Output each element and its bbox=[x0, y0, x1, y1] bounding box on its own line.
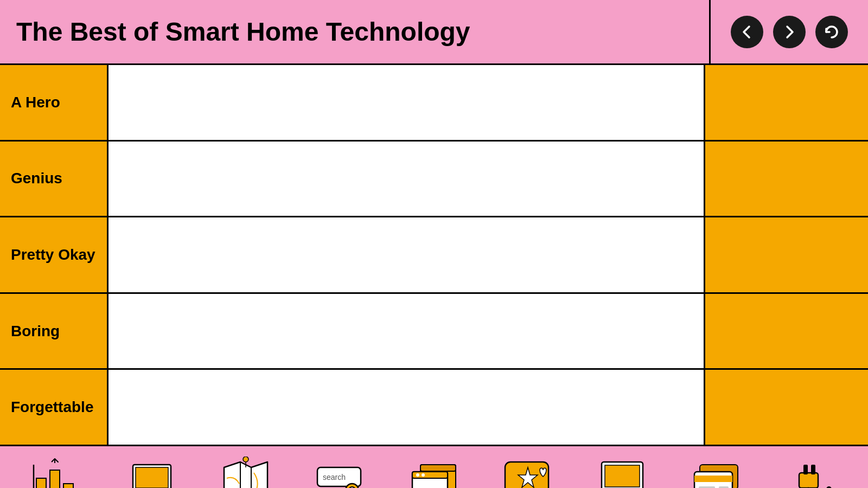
page-title: The Best of Smart Home Technology bbox=[0, 0, 711, 63]
row-label-boring: Boring bbox=[0, 294, 108, 369]
svg-rect-35 bbox=[694, 476, 732, 482]
label-text: Boring bbox=[11, 323, 60, 340]
search-bar-icon: search bbox=[308, 451, 373, 489]
label-text: Forgettable bbox=[11, 399, 93, 416]
row-content-genius bbox=[108, 142, 705, 216]
row-a-hero: A Hero bbox=[0, 65, 868, 142]
row-pretty-okay: Pretty Okay bbox=[0, 217, 868, 294]
row-label-forgettable: Forgettable bbox=[0, 370, 108, 445]
row-label-genius: Genius bbox=[0, 142, 108, 216]
forward-button[interactable] bbox=[773, 16, 806, 48]
bar-chart-icon bbox=[25, 451, 91, 489]
laptop-icon bbox=[119, 451, 184, 489]
label-text: Genius bbox=[11, 170, 62, 187]
chat-rating-icon bbox=[495, 451, 560, 489]
svg-rect-0 bbox=[36, 478, 46, 489]
svg-point-24 bbox=[422, 473, 425, 477]
label-text: Pretty Okay bbox=[11, 246, 95, 264]
svg-point-12 bbox=[243, 457, 248, 462]
row-label-pretty-okay: Pretty Okay bbox=[0, 217, 108, 292]
forward-icon bbox=[782, 24, 797, 40]
svg-rect-37 bbox=[719, 486, 729, 489]
row-content-boring bbox=[108, 294, 705, 369]
svg-point-23 bbox=[416, 473, 419, 477]
row-right-a-hero bbox=[705, 65, 868, 140]
row-right-genius bbox=[705, 142, 868, 216]
row-right-pretty-okay bbox=[705, 217, 868, 292]
label-text: A Hero bbox=[11, 94, 60, 111]
map-icon bbox=[213, 451, 278, 489]
footer: search bbox=[0, 445, 868, 488]
svg-text:search: search bbox=[323, 473, 346, 481]
back-icon bbox=[739, 24, 755, 40]
svg-rect-40 bbox=[811, 465, 815, 474]
svg-rect-38 bbox=[799, 473, 818, 488]
svg-rect-20 bbox=[420, 465, 456, 471]
row-right-boring bbox=[705, 294, 868, 369]
cards-icon bbox=[684, 451, 749, 489]
row-content-pretty-okay bbox=[108, 217, 705, 292]
row-right-forgettable bbox=[705, 370, 868, 445]
svg-rect-6 bbox=[136, 467, 168, 488]
row-forgettable: Forgettable bbox=[0, 370, 868, 445]
row-label-a-hero: A Hero bbox=[0, 65, 108, 140]
computer-icon bbox=[590, 451, 655, 489]
svg-point-41 bbox=[826, 486, 832, 489]
row-boring: Boring bbox=[0, 294, 868, 370]
svg-rect-39 bbox=[803, 465, 808, 474]
row-content-a-hero bbox=[108, 65, 705, 140]
svg-rect-1 bbox=[50, 470, 60, 489]
refresh-button[interactable] bbox=[815, 16, 848, 48]
title-text: The Best of Smart Home Technology bbox=[16, 17, 470, 47]
browser-windows-icon bbox=[401, 451, 467, 489]
svg-rect-2 bbox=[63, 484, 73, 489]
row-genius: Genius bbox=[0, 142, 868, 218]
svg-rect-29 bbox=[605, 465, 640, 487]
main-grid: A Hero Genius Pretty Okay Boring Forgett… bbox=[0, 65, 868, 445]
refresh-icon bbox=[824, 24, 839, 40]
svg-rect-36 bbox=[699, 486, 715, 489]
back-button[interactable] bbox=[731, 16, 763, 48]
header: The Best of Smart Home Technology bbox=[0, 0, 868, 65]
power-plug-icon bbox=[777, 451, 843, 489]
header-controls bbox=[711, 0, 868, 63]
row-content-forgettable bbox=[108, 370, 705, 445]
